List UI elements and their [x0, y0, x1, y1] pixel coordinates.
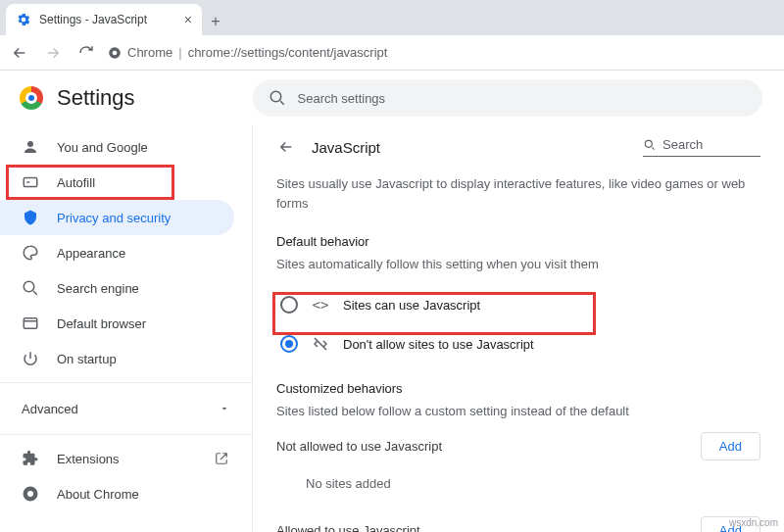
- default-behavior-subtitle: Sites automatically follow this setting …: [276, 257, 760, 271]
- not-allowed-label: Not allowed to use Javascript: [276, 439, 442, 454]
- browser-tab[interactable]: Settings - JavaScript ×: [6, 4, 202, 35]
- advanced-label: Advanced: [22, 402, 78, 416]
- new-tab-button[interactable]: +: [202, 8, 229, 35]
- forward-button[interactable]: [41, 41, 65, 65]
- sidebar-item-label: On startup: [57, 352, 117, 366]
- tab-strip: Settings - JavaScript × +: [0, 0, 784, 35]
- reload-button[interactable]: [74, 41, 98, 65]
- omnibox-scheme: Chrome: [127, 45, 172, 60]
- sidebar-item-about-chrome[interactable]: About Chrome: [0, 476, 252, 511]
- panel-description: Sites usually use Javascript to display …: [276, 174, 757, 213]
- svg-point-2: [270, 91, 281, 102]
- option-label: Don't allow sites to use Javascript: [343, 337, 534, 352]
- svg-point-5: [24, 281, 34, 292]
- radio-checked-icon: [280, 335, 298, 353]
- radio-unchecked-icon: [280, 296, 298, 314]
- palette-icon: [22, 244, 39, 262]
- tab-title: Settings - JavaScript: [39, 13, 147, 26]
- chrome-icon: [108, 46, 122, 60]
- allowed-label: Allowed to use Javascript: [276, 523, 420, 532]
- panel-title: JavaScript: [312, 139, 380, 156]
- browser-icon: [22, 314, 39, 332]
- address-bar[interactable]: Chrome | chrome://settings/content/javas…: [108, 45, 387, 60]
- sidebar-item-extensions[interactable]: Extensions: [0, 441, 252, 476]
- panel-search-input[interactable]: Search: [643, 137, 760, 157]
- default-behavior-title: Default behavior: [276, 234, 760, 249]
- option-allow-javascript[interactable]: <> Sites can use Javascript: [276, 285, 760, 324]
- sidebar-item-you-and-google[interactable]: You and Google: [0, 129, 234, 165]
- sidebar-item-label: You and Google: [57, 140, 148, 155]
- chevron-down-icon: [219, 403, 230, 414]
- search-settings-input[interactable]: Search settings: [253, 79, 762, 117]
- puzzle-icon: [22, 450, 39, 467]
- chrome-icon: [22, 485, 39, 503]
- search-icon: [643, 138, 657, 152]
- sidebar-item-appearance[interactable]: Appearance: [0, 235, 234, 270]
- settings-panel: JavaScript Search Sites usually use Java…: [253, 125, 784, 532]
- gear-icon: [16, 12, 31, 27]
- sidebar-item-default-browser[interactable]: Default browser: [0, 306, 234, 341]
- svg-point-9: [645, 140, 652, 147]
- sidebar-item-label: Extensions: [57, 452, 120, 466]
- sidebar-item-label: About Chrome: [57, 487, 139, 502]
- autofill-icon: [22, 173, 39, 191]
- sidebar-item-label: Privacy and security: [57, 211, 171, 225]
- sidebar-item-autofill[interactable]: Autofill: [0, 165, 234, 200]
- svg-point-8: [27, 491, 33, 497]
- code-blocked-icon: [312, 335, 329, 353]
- search-placeholder: Search settings: [298, 91, 386, 106]
- settings-header: Settings Search settings: [0, 71, 784, 125]
- sidebar-item-label: Appearance: [57, 246, 125, 261]
- option-label: Sites can use Javascript: [343, 298, 480, 313]
- shield-icon: [22, 209, 39, 226]
- omnibox-path: chrome://settings/content/javascript: [188, 45, 388, 60]
- close-icon[interactable]: ×: [184, 12, 192, 27]
- sidebar-item-search-engine[interactable]: Search engine: [0, 270, 234, 306]
- chrome-logo-icon: [20, 86, 43, 110]
- sidebar-item-label: Search engine: [57, 281, 139, 296]
- option-block-javascript[interactable]: Don't allow sites to use Javascript: [276, 324, 760, 363]
- browser-toolbar: Chrome | chrome://settings/content/javas…: [0, 35, 784, 71]
- customized-behaviors-subtitle: Sites listed below follow a custom setti…: [276, 404, 760, 418]
- advanced-toggle[interactable]: Advanced: [0, 389, 252, 428]
- page-title: Settings: [57, 85, 135, 111]
- power-icon: [22, 350, 39, 367]
- panel-search-placeholder: Search: [662, 137, 703, 152]
- sidebar-item-privacy-and-security[interactable]: Privacy and security: [0, 200, 234, 235]
- sidebar-item-label: Autofill: [57, 175, 95, 190]
- search-icon: [269, 89, 286, 107]
- sidebar-item-label: Default browser: [57, 316, 146, 331]
- svg-rect-6: [24, 318, 37, 329]
- open-external-icon: [215, 452, 228, 465]
- panel-back-button[interactable]: [276, 137, 296, 157]
- sidebar-item-on-startup[interactable]: On startup: [0, 341, 234, 376]
- code-icon: <>: [312, 297, 329, 313]
- person-icon: [22, 138, 39, 156]
- no-sites-text: No sites added: [276, 464, 760, 505]
- search-icon: [22, 279, 39, 297]
- back-button[interactable]: [8, 41, 31, 65]
- customized-behaviors-title: Customized behaviors: [276, 381, 760, 396]
- svg-point-3: [27, 141, 33, 147]
- svg-point-1: [113, 50, 118, 55]
- watermark: wsxdn.com: [729, 517, 778, 528]
- svg-rect-4: [24, 178, 37, 187]
- sidebar: You and Google Autofill Privacy and secu…: [0, 125, 253, 532]
- add-not-allowed-button[interactable]: Add: [701, 432, 760, 460]
